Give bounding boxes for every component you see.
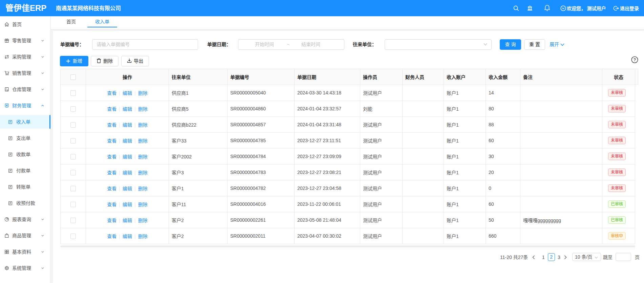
svg-text:?: ? (634, 58, 636, 62)
